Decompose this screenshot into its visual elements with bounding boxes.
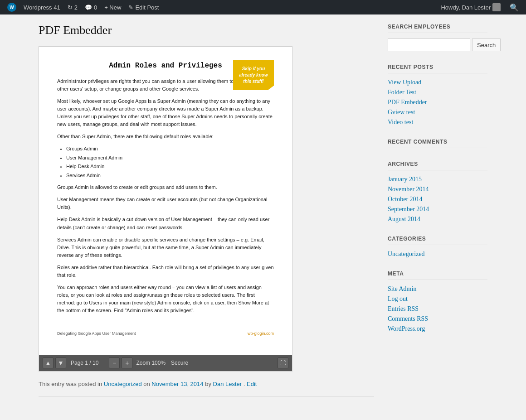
avatar (492, 3, 501, 11)
recent-post-link[interactable]: PDF Embedder (388, 99, 487, 106)
pdf-page-label: Page 1 / 10 (71, 360, 98, 366)
sidebar-meta: META Site Admin Log out Entries RSS Comm… (388, 270, 487, 333)
pdf-toolbar: ▲ ▼ Page 1 / 10 − + Zoom 100% Secure ⛶ (39, 355, 292, 371)
list-item: Groups Admin (66, 145, 274, 153)
pdf-expand-button[interactable]: ⛶ (278, 357, 288, 368)
category-link[interactable]: Uncategorized (388, 251, 487, 258)
archive-link[interactable]: August 2014 (388, 216, 487, 223)
pdf-zoom-label: Zoom 100% (136, 360, 166, 366)
edit-post-link[interactable]: Edit (247, 381, 257, 387)
wp-logo-icon: W (7, 3, 16, 12)
search-icon[interactable]: 🔍 (506, 3, 522, 12)
post-footer: This entry was posted in Uncategorized o… (39, 381, 374, 397)
author-link[interactable]: Dan Lester (213, 381, 242, 387)
pdf-para-2: Most likely, whoever set up Google Apps … (57, 97, 274, 128)
pdf-footer-left: Delegating Google Apps User Management (57, 331, 136, 337)
site-name-button[interactable]: Wordpress 41 (20, 0, 64, 14)
pdf-para-5: User Management means they can create or… (57, 196, 274, 211)
archive-link[interactable]: October 2014 (388, 196, 487, 203)
pdf-content: Skip if you already know this stuff! Adm… (39, 47, 292, 355)
pdf-sticky-note: Skip if you already know this stuff! (233, 60, 274, 90)
expand-icon: ⛶ (280, 360, 286, 366)
pdf-zoom-in-button[interactable]: + (122, 357, 132, 368)
adminbar-right: Howdy, Dan Lester 🔍 (437, 0, 522, 14)
admin-bar: W Wordpress 41 ↻ 2 💬 0 + New ✎ Edit Post… (0, 0, 526, 14)
pdf-para-4: Groups Admin is allowed to create or edi… (57, 183, 274, 191)
sidebar-categories: CATEGORIES Uncategorized (388, 236, 487, 258)
meta-heading: META (388, 270, 487, 280)
pdf-para-6: Help Desk Admin is basically a cut-down … (57, 216, 274, 231)
sidebar-archives: ARCHIVES January 2015 November 2014 Octo… (388, 161, 487, 223)
pdf-para-7: Services Admin can enable or disable spe… (57, 236, 274, 259)
archive-link[interactable]: November 2014 (388, 186, 487, 193)
recent-post-link[interactable]: Video test (388, 119, 487, 126)
search-input[interactable] (388, 39, 470, 51)
pdf-zoom-out-button[interactable]: − (109, 357, 120, 368)
updates-count: 2 (74, 4, 78, 11)
sidebar-recent-comments: RECENT COMMENTS (388, 139, 487, 148)
archive-link[interactable]: January 2015 (388, 176, 487, 183)
updates-button[interactable]: ↻ 2 (64, 0, 81, 14)
archives-heading: ARCHIVES (388, 161, 487, 170)
list-item: User Management Admin (66, 154, 274, 162)
meta-link[interactable]: Entries RSS (388, 305, 487, 313)
search-button[interactable]: Search (472, 39, 501, 51)
updates-icon: ↻ (68, 4, 73, 11)
footer-period: . (244, 381, 247, 387)
footer-text: This entry was posted in (39, 381, 102, 387)
pdf-para-8: Roles are additive rather than hierarchi… (57, 264, 274, 279)
pdf-roles-list: Groups Admin User Management Admin Help … (66, 145, 274, 179)
category-link[interactable]: Uncategorized (104, 381, 142, 387)
search-heading: SEARCH EMPLOYEES (388, 24, 487, 33)
post-title: PDF Embedder (39, 24, 374, 37)
sidebar: SEARCH EMPLOYEES Search RECENT POSTS Vie… (388, 24, 487, 402)
list-item: Services Admin (66, 172, 274, 179)
howdy-label: Howdy, Dan Lester (441, 4, 491, 11)
wp-logo-button[interactable]: W (4, 0, 20, 14)
pdf-box: Skip if you already know this stuff! Adm… (39, 46, 292, 372)
page-wrap: PDF Embedder Skip if you already know th… (0, 14, 526, 420)
edit-post-button[interactable]: ✎ Edit Post (125, 0, 162, 14)
footer-on: on (143, 381, 150, 387)
meta-link[interactable]: Site Admin (388, 285, 487, 293)
pdf-para-3: Other than Super Admin, there are the fo… (57, 133, 274, 140)
zoom-in-icon: + (125, 359, 129, 367)
pdf-next-button[interactable]: ▼ (55, 357, 66, 368)
recent-post-link[interactable]: Folder Test (388, 89, 487, 96)
content-area: PDF Embedder Skip if you already know th… (39, 24, 374, 402)
recent-post-link[interactable]: Gview test (388, 109, 487, 116)
footer-by: by (205, 381, 211, 387)
comments-icon: 💬 (85, 4, 92, 11)
zoom-out-icon: − (112, 359, 116, 367)
date-link[interactable]: November 13, 2014 (151, 381, 203, 387)
categories-heading: CATEGORIES (388, 236, 487, 245)
site-name-label: Wordpress 41 (24, 4, 60, 11)
prev-icon: ▲ (45, 359, 51, 367)
howdy-button[interactable]: Howdy, Dan Lester (437, 0, 504, 14)
recent-comments-heading: RECENT COMMENTS (388, 139, 487, 148)
archive-link[interactable]: September 2014 (388, 206, 487, 213)
sidebar-recent-posts: RECENT POSTS View Upload Folder Test PDF… (388, 64, 487, 126)
new-button[interactable]: + New (101, 0, 125, 14)
meta-link[interactable]: WordPress.org (388, 325, 487, 333)
next-icon: ▼ (58, 359, 64, 367)
list-item: Help Desk Admin (66, 163, 274, 170)
meta-link[interactable]: Comments RSS (388, 315, 487, 323)
pdf-para-9: You can approach roles and users either … (57, 284, 274, 314)
comments-count: 0 (94, 4, 97, 11)
new-label: + New (104, 4, 121, 11)
comments-button[interactable]: 💬 0 (81, 0, 101, 14)
edit-post-label: Edit Post (135, 4, 159, 11)
edit-icon: ✎ (128, 4, 133, 11)
pdf-footer-right: wp-glogin.com (248, 331, 274, 337)
recent-posts-heading: RECENT POSTS (388, 64, 487, 73)
pdf-toolbar-sep (105, 358, 105, 367)
pdf-secure-label: Secure (171, 360, 188, 366)
recent-post-link[interactable]: View Upload (388, 79, 487, 86)
pdf-prev-button[interactable]: ▲ (43, 357, 54, 368)
meta-link[interactable]: Log out (388, 295, 487, 303)
pdf-footer: Delegating Google Apps User Management w… (57, 328, 274, 337)
sidebar-search-form: Search (388, 39, 487, 51)
sidebar-search-section: SEARCH EMPLOYEES Search (388, 24, 487, 51)
